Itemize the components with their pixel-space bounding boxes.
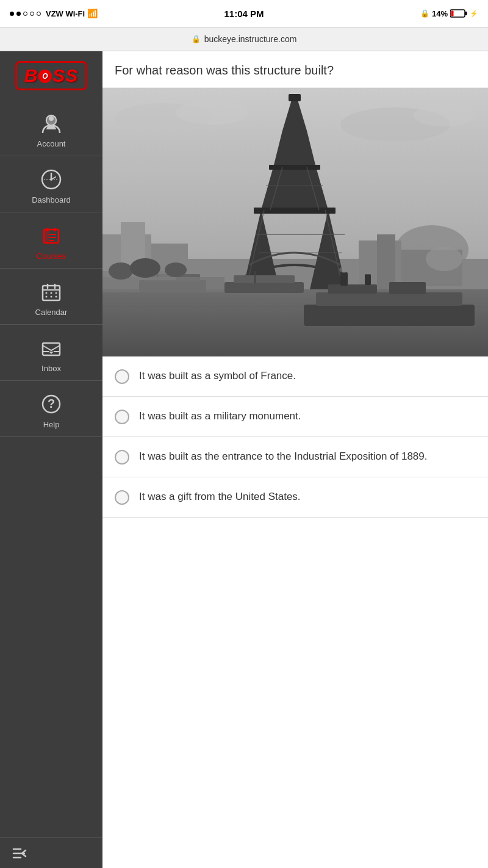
svg-rect-1 bbox=[465, 12, 467, 15]
battery-icon bbox=[450, 9, 467, 18]
charging-icon: ⚡ bbox=[470, 10, 478, 18]
inbox-label: Inbox bbox=[41, 364, 61, 373]
carrier-label: VZW Wi-Fi bbox=[46, 9, 85, 18]
svg-point-5 bbox=[49, 116, 54, 121]
radio-d[interactable] bbox=[115, 490, 129, 505]
lock-status-icon: 🔒 bbox=[420, 9, 429, 18]
status-left: VZW Wi-Fi 📶 bbox=[10, 9, 98, 18]
signal-dot-4 bbox=[30, 12, 34, 16]
svg-point-24 bbox=[56, 292, 57, 294]
svg-text:?: ? bbox=[48, 397, 55, 410]
account-label: Account bbox=[37, 139, 66, 148]
answer-text-b: It was built as a military monument. bbox=[139, 409, 301, 424]
sidebar-collapse-button[interactable] bbox=[0, 837, 102, 868]
dashboard-label: Dashboard bbox=[32, 195, 71, 204]
svg-rect-2 bbox=[451, 11, 454, 16]
url-lock-icon: 🔒 bbox=[192, 35, 201, 43]
courses-label: Courses bbox=[37, 251, 66, 261]
signal-dot-3 bbox=[23, 12, 27, 16]
radio-a[interactable] bbox=[115, 369, 129, 384]
answer-text-a: It was built as a symbol of France. bbox=[139, 369, 296, 383]
radio-c[interactable] bbox=[115, 450, 129, 465]
answer-option-d[interactable]: It was a gift from the United States. bbox=[102, 477, 488, 518]
answer-option-a[interactable]: It was built as a symbol of France. bbox=[102, 356, 488, 397]
svg-rect-14 bbox=[54, 228, 56, 231]
svg-point-26 bbox=[51, 296, 52, 298]
svg-rect-13 bbox=[46, 228, 49, 231]
status-bar: VZW Wi-Fi 📶 11:04 PM 🔒 14% ⚡ bbox=[0, 0, 488, 27]
answer-options: It was built as a symbol of France. It w… bbox=[102, 356, 488, 518]
wifi-icon: 📶 bbox=[87, 9, 98, 18]
signal-dot-5 bbox=[37, 12, 41, 16]
signal-dot-1 bbox=[10, 12, 14, 16]
question-image bbox=[102, 88, 488, 356]
answer-option-b[interactable]: It was built as a military monument. bbox=[102, 397, 488, 437]
sidebar-item-inbox[interactable]: Inbox bbox=[0, 325, 102, 381]
inbox-icon bbox=[38, 335, 65, 361]
calendar-icon bbox=[38, 278, 65, 305]
url-text: buckeye.instructure.com bbox=[204, 34, 297, 44]
svg-point-25 bbox=[46, 296, 48, 298]
sidebar-item-dashboard[interactable]: Dashboard bbox=[0, 156, 102, 212]
svg-rect-89 bbox=[102, 88, 488, 356]
status-time: 11:04 PM bbox=[224, 9, 264, 19]
battery-percent: 14% bbox=[432, 9, 448, 18]
sidebar-item-courses[interactable]: Courses bbox=[0, 212, 102, 269]
signal-dot-2 bbox=[16, 12, 21, 16]
radio-b[interactable] bbox=[115, 410, 129, 424]
calendar-label: Calendar bbox=[35, 308, 68, 317]
url-bar: 🔒 buckeye.instructure.com bbox=[0, 27, 488, 51]
sidebar-item-calendar[interactable]: Calendar bbox=[0, 269, 102, 325]
svg-point-23 bbox=[51, 292, 52, 294]
sidebar-item-account[interactable]: Account bbox=[0, 100, 102, 156]
sidebar-logo-container: B O SS bbox=[0, 51, 102, 100]
help-icon: ? bbox=[38, 391, 65, 418]
sidebar-item-help[interactable]: ? Help bbox=[0, 381, 102, 437]
answer-text-c: It was built as the entrance to the Indu… bbox=[139, 449, 428, 464]
answer-text-d: It was a gift from the United States. bbox=[139, 490, 301, 504]
sidebar: B O SS Account bbox=[0, 51, 102, 868]
account-icon bbox=[38, 110, 65, 137]
main-content: For what reason was this structure built… bbox=[102, 51, 488, 868]
help-label: Help bbox=[43, 420, 60, 429]
answer-option-c[interactable]: It was built as the entrance to the Indu… bbox=[102, 437, 488, 477]
app-container: B O SS Account bbox=[0, 51, 488, 868]
courses-icon bbox=[38, 222, 65, 249]
status-right: 🔒 14% ⚡ bbox=[420, 9, 478, 18]
svg-point-22 bbox=[46, 292, 48, 294]
eiffel-tower-image bbox=[102, 88, 488, 356]
question-header: For what reason was this structure built… bbox=[102, 51, 488, 88]
boss-logo: B O SS bbox=[15, 61, 88, 90]
svg-rect-12 bbox=[44, 230, 49, 243]
svg-point-27 bbox=[56, 296, 57, 298]
dashboard-icon bbox=[38, 166, 65, 193]
question-text: For what reason was this structure built… bbox=[115, 63, 334, 77]
